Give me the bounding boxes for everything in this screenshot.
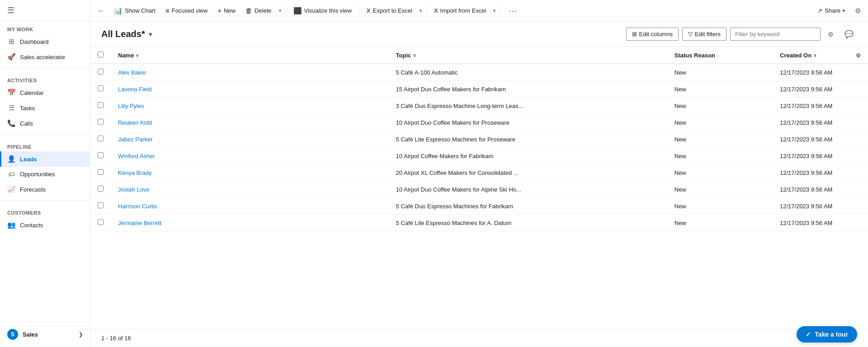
export-dropdown-arrow[interactable]: ▾ <box>418 5 424 16</box>
row-checkbox[interactable] <box>98 186 104 192</box>
row-name-cell: Lilly Pyles <box>111 98 389 114</box>
filter-keyword-input[interactable] <box>730 28 821 41</box>
tasks-icon: ☰ <box>7 104 15 112</box>
row-topic-cell: 5 Café Duo Espresso Machines for Fabrika… <box>389 198 667 215</box>
sidebar-item-leads[interactable]: 👤 Leads <box>0 151 90 167</box>
row-status-cell: New <box>667 148 773 164</box>
created-column-header[interactable]: Created On ∨ <box>773 47 849 64</box>
sidebar-item-label: Dashboard <box>20 38 49 45</box>
delete-dropdown-arrow[interactable]: ▾ <box>277 5 283 16</box>
show-chart-button[interactable]: 📊 Show Chart <box>109 4 160 18</box>
sidebar-section-activities: Activities <box>0 72 90 85</box>
sidebar-item-label: Tasks <box>20 105 35 112</box>
toolbar-separator-3 <box>426 5 427 16</box>
view-title: All Leads* ▾ <box>101 29 152 39</box>
row-checkbox-cell <box>90 81 111 98</box>
row-created-cell: 12/17/2023 9:56 AM <box>773 64 849 81</box>
sidebar-bottom: S Sales ❯ <box>0 321 90 347</box>
row-options-cell <box>849 131 868 148</box>
sidebar-item-label: Sales accelerator <box>20 54 65 61</box>
row-checkbox[interactable] <box>98 169 104 175</box>
lead-name-link[interactable]: Winford Asher <box>118 153 155 159</box>
lead-name-link[interactable]: Alex Baker <box>118 69 146 76</box>
delete-label: Delete <box>255 7 272 14</box>
column-settings-icon[interactable]: ⚙ <box>856 52 861 59</box>
sidebar-section-customers: Customers <box>0 205 90 217</box>
visualize-icon: ⬛ <box>293 7 302 15</box>
row-status-cell: New <box>667 198 773 215</box>
name-column-label: Name <box>118 52 134 59</box>
row-checkbox[interactable] <box>98 119 104 125</box>
lead-name-link[interactable]: Harrison Curtis <box>118 203 157 210</box>
sidebar-item-label: Forecasts <box>20 186 46 193</box>
row-options-cell <box>849 198 868 215</box>
row-checkbox[interactable] <box>98 69 104 75</box>
visualize-button[interactable]: ⬛ Visualize this view <box>289 4 356 18</box>
row-status-cell: New <box>667 81 773 98</box>
sidebar-bottom-sales[interactable]: S Sales ❯ <box>0 325 90 343</box>
sidebar-item-label: Calendar <box>20 89 44 96</box>
back-button[interactable]: ← <box>94 4 108 18</box>
leads-table-container: Name ∨ Topic ∨ Status Reason ↓ <box>90 47 868 329</box>
sidebar-header: ☰ <box>0 0 90 21</box>
column-settings-icon[interactable]: ⚙ <box>824 28 837 41</box>
status-column-header[interactable]: Status Reason ↓ <box>667 47 773 64</box>
row-checkbox[interactable] <box>98 85 104 91</box>
edit-columns-button[interactable]: ⊞ Edit columns <box>626 28 679 41</box>
export-excel-button[interactable]: X Export to Excel <box>362 5 417 17</box>
lead-name-link[interactable]: Jermaine Berrett <box>118 220 161 226</box>
select-all-checkbox[interactable] <box>98 52 104 57</box>
select-all-header[interactable] <box>90 47 111 64</box>
row-checkbox[interactable] <box>98 102 104 108</box>
sidebar-item-dashboard[interactable]: ⊞ Dashboard <box>0 34 90 49</box>
lead-name-link[interactable]: Kenya Brady <box>118 169 151 176</box>
sidebar-item-calls[interactable]: 📞 Calls <box>0 116 90 131</box>
focused-view-button[interactable]: ≡ Focused view <box>161 4 212 17</box>
sidebar-bottom-label: Sales <box>23 331 38 338</box>
lead-name-link[interactable]: Lavona Field <box>118 86 151 93</box>
table-row: Reuben Kidd 10 Airpot Duo Coffee Makers … <box>90 114 868 131</box>
name-column-header[interactable]: Name ∨ <box>111 47 389 64</box>
sidebar-item-sales-accelerator[interactable]: 🚀 Sales accelerator <box>0 49 90 65</box>
more-options-button[interactable]: ⋯ <box>505 3 520 19</box>
view-title-dropdown-arrow[interactable]: ▾ <box>149 31 152 38</box>
avatar: S <box>7 329 18 340</box>
lead-name-link[interactable]: Reuben Kidd <box>118 119 152 126</box>
row-name-cell: Jermaine Berrett <box>111 215 389 231</box>
hamburger-icon[interactable]: ☰ <box>7 5 14 15</box>
row-status-cell: New <box>667 64 773 81</box>
row-name-cell: Jabez Parker <box>111 131 389 148</box>
row-checkbox[interactable] <box>98 152 104 158</box>
sidebar-item-calendar[interactable]: 📅 Calendar <box>0 85 90 100</box>
topic-column-header[interactable]: Topic ∨ <box>389 47 667 64</box>
sidebar-item-contacts[interactable]: 👥 Contacts <box>0 217 90 233</box>
sidebar-item-tasks[interactable]: ☰ Tasks <box>0 100 90 116</box>
row-created-cell: 12/17/2023 9:56 AM <box>773 98 849 114</box>
settings-button[interactable]: ⚙ <box>851 4 864 18</box>
edit-filters-button[interactable]: ▽ Edit filters <box>682 28 726 41</box>
take-tour-button[interactable]: ✓ Take a tour <box>797 326 857 342</box>
status-sort-icon: ↓ <box>717 53 719 58</box>
row-name-cell: Lavona Field <box>111 81 389 98</box>
new-button[interactable]: + New <box>213 4 240 17</box>
lead-name-link[interactable]: Jabez Parker <box>118 136 153 143</box>
import-excel-button[interactable]: X Import from Excel <box>429 5 491 17</box>
sidebar-item-forecasts[interactable]: 📈 Forecasts <box>0 182 90 197</box>
sidebar-divider-3 <box>0 201 90 201</box>
row-checkbox[interactable] <box>98 136 104 141</box>
sidebar-item-opportunities[interactable]: 🏷 Opportunities <box>0 167 90 182</box>
row-created-cell: 12/17/2023 9:56 AM <box>773 81 849 98</box>
lead-name-link[interactable]: Lilly Pyles <box>118 103 144 109</box>
table-row: Jabez Parker 5 Café Lite Espresso Machin… <box>90 131 868 148</box>
toolbar-separator-1 <box>286 5 286 16</box>
share-button[interactable]: ↗ Share ▾ <box>813 5 849 17</box>
lead-name-link[interactable]: Josiah Love <box>118 186 149 193</box>
row-checkbox[interactable] <box>98 219 104 225</box>
row-topic-cell: 20 Airpot XL Coffee Makers for Consolida… <box>389 164 667 181</box>
delete-button[interactable]: 🗑 Delete <box>241 4 276 17</box>
leads-table-body: Alex Baker 5 Café A-100 Automatic New 12… <box>90 64 868 231</box>
row-options-cell <box>849 98 868 114</box>
row-checkbox[interactable] <box>98 202 104 208</box>
import-dropdown-arrow[interactable]: ▾ <box>491 5 497 16</box>
chat-icon[interactable]: 💬 <box>841 27 857 41</box>
